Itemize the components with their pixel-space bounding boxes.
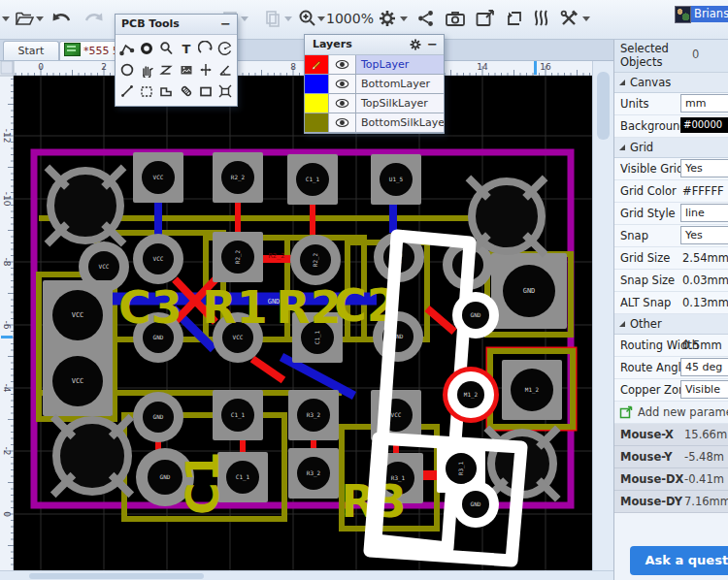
routing-width-value[interactable]: 0.5mm <box>682 338 722 352</box>
tools-icon[interactable] <box>559 8 580 29</box>
layer-row-BottomSilkLayer[interactable]: BottomSilkLayer <box>305 113 444 133</box>
svg-text:GND: GND <box>471 311 481 318</box>
vertical-scrollbar[interactable] <box>592 60 614 580</box>
track-tool[interactable] <box>117 38 137 59</box>
disabled-tool-2-icon <box>262 8 283 29</box>
visible-grid-row: Visible GridYes <box>614 158 728 180</box>
layers-minimize-button[interactable]: − <box>427 35 438 54</box>
settings-gear-icon[interactable] <box>377 8 398 29</box>
section-grid[interactable]: Grid <box>614 138 728 158</box>
grid-style-select[interactable]: line <box>680 204 728 222</box>
layer-color-swatch[interactable] <box>305 113 329 132</box>
svg-text:8: 8 <box>290 62 296 72</box>
layers-titlebar[interactable]: Layers − <box>305 35 444 55</box>
disabled-tool-1-caret <box>241 16 248 21</box>
layer-visibility-eye-icon[interactable] <box>329 55 356 74</box>
alt-snap-value[interactable]: 0.13mm <box>682 296 728 309</box>
ask-question-button[interactable]: Ask a questio <box>630 546 728 575</box>
selected-objects-row: Selected Objects 0 <box>614 39 728 73</box>
layer-name[interactable]: TopLayer <box>356 55 444 74</box>
layers-gear-icon[interactable] <box>409 38 422 51</box>
screenshot-icon[interactable] <box>445 8 466 29</box>
grid-size-row: Grid Size2.54mm <box>614 247 728 270</box>
layer-color-swatch[interactable] <box>305 55 329 74</box>
zoom-in-icon[interactable] <box>297 8 318 29</box>
user-avatar[interactable] <box>675 6 691 23</box>
horizontal-scrollbar-thumb[interactable] <box>29 573 204 579</box>
svg-text:GND: GND <box>268 298 281 306</box>
pcb-tools-titlebar[interactable]: PCB Tools − <box>116 15 237 35</box>
select-area-tool[interactable] <box>137 81 156 102</box>
hidden-tool-caret[interactable] <box>2 16 10 21</box>
route-angle-select[interactable]: 45 deg <box>680 358 728 376</box>
drill-hole-tool[interactable] <box>176 81 195 102</box>
circle-tool[interactable] <box>117 59 137 81</box>
layer-color-swatch[interactable] <box>305 75 329 93</box>
background-color-swatch[interactable]: #00000 <box>680 117 728 133</box>
pcb-canvas[interactable]: 0281416-12-10-8-6-4-20VCCR2_2C1_1U1_5R2_… <box>0 60 613 580</box>
copper-area-tool[interactable] <box>156 81 176 102</box>
layer-row-TopSilkLayer[interactable]: TopSilkLayer <box>305 94 444 113</box>
copper-zone-select[interactable]: Visible <box>680 380 728 399</box>
settings-caret[interactable] <box>400 16 408 21</box>
drag-tool[interactable] <box>137 59 156 81</box>
layer-name[interactable]: BottomLayer <box>356 75 444 93</box>
mouse-x-row: Mouse-X15.66m <box>614 424 728 446</box>
pcb-doc-icon <box>64 43 81 56</box>
line-tool[interactable] <box>117 81 137 102</box>
snap-select[interactable]: Yes <box>680 226 728 244</box>
horizontal-scrollbar[interactable] <box>0 570 613 580</box>
add-new-parameter-button[interactable]: Add new parameter <box>614 402 728 424</box>
section-canvas-attributes[interactable]: Canvas Attributes <box>614 73 728 93</box>
arc-by-center-tool[interactable] <box>215 38 235 59</box>
pad-tool[interactable] <box>137 38 156 59</box>
image-tool[interactable] <box>176 59 195 81</box>
angle-tool[interactable] <box>215 59 235 81</box>
layer-row-TopLayer[interactable]: TopLayer <box>305 55 444 75</box>
dimension-tool[interactable] <box>196 59 215 81</box>
layer-visibility-eye-icon[interactable] <box>329 94 356 113</box>
units-input[interactable]: mm <box>680 94 728 113</box>
svg-text:-4: -4 <box>2 384 12 393</box>
share-icon[interactable] <box>415 8 437 29</box>
layer-color-swatch[interactable] <box>305 94 329 113</box>
tools-caret[interactable] <box>582 16 590 21</box>
layers-panel: Layers − TopLayerBottomLayerTopSilkLayer… <box>304 34 445 134</box>
pcb-tools-minimize-button[interactable]: − <box>220 15 231 34</box>
stretch-region-tool[interactable] <box>156 59 176 81</box>
text-tool[interactable]: T <box>176 38 195 59</box>
open-caret[interactable] <box>36 16 44 21</box>
footprint-move-tool[interactable] <box>215 81 235 102</box>
svg-text:14: 14 <box>477 62 488 72</box>
via-tool[interactable] <box>156 38 176 59</box>
layer-name[interactable]: TopSilkLayer <box>356 94 444 113</box>
zoom-caret[interactable] <box>317 16 325 21</box>
layer-visibility-eye-icon[interactable] <box>329 113 356 132</box>
snap-size-row: Snap Size0.03mm <box>614 270 728 292</box>
export-image-icon[interactable] <box>475 8 496 29</box>
rectangle-tool[interactable] <box>196 81 215 102</box>
open-folder-icon[interactable] <box>14 8 35 29</box>
user-name[interactable]: Brians.di <box>691 6 728 22</box>
rotate-view-icon[interactable] <box>504 8 525 29</box>
layer-row-BottomLayer[interactable]: BottomLayer <box>305 75 444 94</box>
tab-start[interactable]: Start <box>3 41 59 60</box>
svg-text:C1_1: C1_1 <box>236 473 250 481</box>
layer-visibility-eye-icon[interactable] <box>329 75 356 93</box>
svg-text:R2_2: R2_2 <box>269 252 285 260</box>
zoom-level[interactable]: 1000% <box>326 11 374 26</box>
grid-size-value[interactable]: 2.54mm <box>682 251 728 265</box>
redo-icon[interactable] <box>83 8 105 29</box>
vertical-scrollbar-thumb[interactable] <box>597 72 610 140</box>
waves-icon[interactable] <box>530 8 551 29</box>
arc-tool[interactable] <box>196 38 215 59</box>
snap-size-value[interactable]: 0.03mm <box>682 274 728 287</box>
easyeda-pcb-editor: 0281416-12-10-8-6-4-20VCCR2_2C1_1U1_5R2_… <box>0 0 728 580</box>
undo-icon[interactable] <box>50 8 72 29</box>
visible-grid-select[interactable]: Yes <box>680 159 728 177</box>
grid-color-value[interactable]: #FFFFF <box>682 184 724 198</box>
layer-name[interactable]: BottomSilkLayer <box>356 113 444 132</box>
svg-text:R2_2: R2_2 <box>234 249 242 264</box>
section-other[interactable]: Other <box>614 314 728 335</box>
svg-text:R2: R2 <box>276 281 341 334</box>
